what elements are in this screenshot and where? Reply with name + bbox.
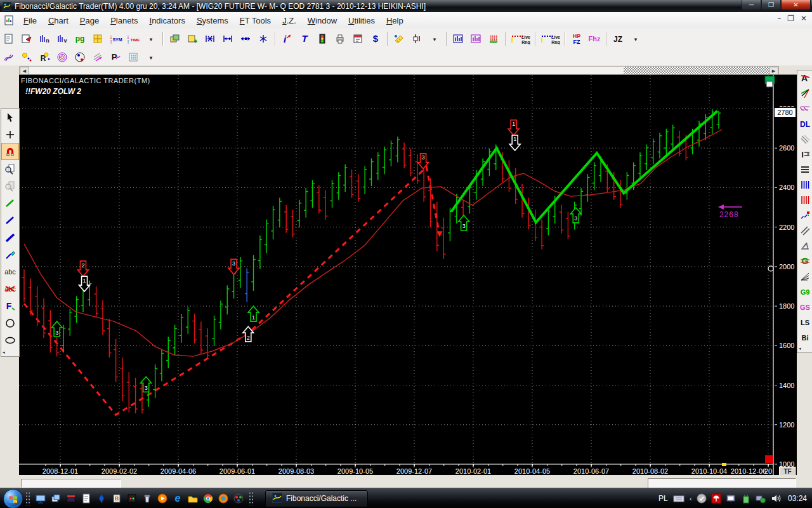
traffic-light-icon[interactable] — [314, 30, 331, 47]
chrome-icon[interactable] — [202, 491, 214, 505]
chart-plot[interactable]: 21333123311322682008-12-012009-02-022009… — [19, 75, 797, 476]
toolbox-overflow-arrow[interactable]: ◂ — [1, 349, 19, 356]
child-restore-button[interactable]: ❐ — [787, 14, 794, 23]
ls-tool[interactable]: LS — [797, 314, 812, 330]
update-check-icon[interactable] — [697, 493, 707, 504]
graphics-icon[interactable] — [232, 491, 245, 505]
time-scale-icon[interactable]: ↓↑TIME — [125, 30, 141, 47]
keyboard-icon[interactable] — [672, 493, 685, 504]
mini-chart-tool[interactable] — [797, 208, 812, 223]
calendar-icon[interactable] — [350, 30, 366, 47]
pencil-cyan-tool[interactable] — [1, 246, 19, 263]
chart-window[interactable]: 21333123311322682008-12-012009-02-022009… — [19, 74, 797, 476]
new-page-icon[interactable] — [1, 30, 17, 47]
bars-n-icon[interactable]: n — [36, 30, 53, 47]
vlines-blue-tool[interactable] — [797, 177, 812, 192]
winamp-icon[interactable] — [95, 491, 108, 505]
vlines-red-tool[interactable] — [797, 192, 812, 208]
dropdown-icon[interactable]: ▾ — [143, 30, 159, 47]
candle-style-icon[interactable] — [409, 30, 425, 47]
media-window-icon[interactable] — [65, 491, 77, 505]
child-close-button[interactable]: ✕ — [801, 14, 807, 23]
expand-pointer-icon[interactable] — [237, 30, 254, 47]
script-icon[interactable]: B — [110, 491, 123, 505]
taskbar-clock[interactable]: 03:24 — [788, 494, 807, 503]
fib-f-tool[interactable]: F — [1, 297, 19, 314]
triangle-tool[interactable] — [797, 238, 812, 253]
ellipse-tool[interactable] — [1, 331, 19, 349]
cascade-windows-icon[interactable] — [166, 30, 183, 47]
open-chart-icon[interactable] — [18, 30, 35, 47]
menu-j-z-[interactable]: J.Z. — [277, 14, 302, 27]
text-delete-tool[interactable]: abc — [1, 280, 19, 297]
live-range-blue-icon[interactable]: LiveRng — [539, 30, 561, 47]
menu-page[interactable]: Page — [74, 14, 105, 27]
concentric-circles-icon[interactable] — [54, 49, 70, 65]
menu-help[interactable]: Help — [381, 14, 409, 27]
show-desktop-icon[interactable] — [34, 491, 47, 505]
g9-tool[interactable]: G9 — [797, 284, 812, 299]
notepad-icon[interactable] — [80, 491, 93, 505]
grid-red-icon[interactable] — [485, 30, 502, 47]
restore-button[interactable]: ❐ — [761, 0, 781, 10]
asterisk-icon[interactable] — [255, 30, 272, 47]
matrix-icon[interactable] — [125, 49, 141, 65]
crosshair-tool[interactable] — [1, 126, 19, 143]
text-abc-tool[interactable]: abc — [1, 263, 19, 280]
gs-tool[interactable]: GS — [797, 299, 812, 314]
retrograde-icon[interactable]: R — [36, 49, 53, 65]
retracement-tool[interactable]: I — [797, 147, 812, 162]
internet-explorer-icon[interactable]: e — [171, 491, 184, 505]
page-grid-icon[interactable] — [89, 30, 106, 47]
bi-tool[interactable]: Bi — [797, 330, 812, 345]
close-button[interactable]: ✕ — [781, 0, 811, 10]
pg-icon[interactable]: pg — [72, 30, 88, 47]
menu-systems[interactable]: Systems — [191, 14, 234, 27]
menu-window[interactable]: Window — [302, 14, 343, 27]
child-window-icon[interactable] — [1, 12, 17, 29]
taskband-grip[interactable] — [249, 491, 254, 505]
info-icon[interactable]: i — [278, 30, 295, 47]
circle-tool[interactable] — [1, 314, 19, 331]
dl-tool[interactable]: DL — [797, 116, 812, 131]
task-button-fibonacci[interactable]: Fibonacci/Galactic ... — [265, 490, 368, 507]
child-minimize-button[interactable]: – — [777, 14, 781, 23]
menu-file[interactable]: File — [18, 14, 43, 27]
fan-lines-tool[interactable] — [797, 86, 812, 101]
quicklaunch-grip[interactable] — [25, 491, 30, 505]
pointer-tool[interactable] — [1, 109, 19, 126]
gann-grid-tool[interactable]: G — [797, 253, 812, 269]
parallel-tool[interactable] — [797, 223, 812, 238]
zoom-doc-disabled-tool[interactable] — [1, 177, 19, 194]
scrollbar-thumb[interactable] — [624, 67, 769, 74]
firefox-icon[interactable] — [217, 491, 230, 505]
menu-ft-tools[interactable]: FT Tools — [234, 14, 277, 27]
bars-v-icon[interactable]: v — [54, 30, 70, 47]
aspect-arrow-icon[interactable] — [89, 49, 106, 65]
dollar-icon[interactable]: $ — [367, 30, 384, 47]
language-indicator[interactable]: PL — [658, 494, 668, 503]
volume-icon[interactable] — [771, 493, 782, 504]
zoom-doc-tool[interactable] — [1, 160, 19, 177]
window-switcher-icon[interactable] — [49, 491, 62, 505]
jz-icon[interactable]: JZ — [610, 30, 626, 47]
arcs-tool[interactable] — [797, 101, 812, 116]
menu-chart[interactable]: Chart — [43, 14, 74, 27]
network-icon[interactable] — [755, 493, 766, 504]
new-window-icon[interactable] — [184, 30, 200, 47]
hlines-tool[interactable] — [797, 162, 812, 177]
menu-utilities[interactable]: Utilities — [343, 14, 381, 27]
planet-circle-icon[interactable] — [72, 49, 88, 65]
chart-window-alt-icon[interactable] — [468, 30, 484, 47]
dropdown-icon[interactable]: ▾ — [627, 30, 644, 47]
power-icon[interactable] — [740, 493, 750, 504]
display-icon[interactable] — [726, 493, 736, 504]
menu-indicators[interactable]: Indicators — [144, 14, 191, 27]
astro-lines-icon[interactable] — [1, 49, 17, 65]
folder-icon[interactable] — [187, 491, 199, 505]
compress-icon[interactable] — [202, 30, 218, 47]
print-icon[interactable] — [332, 30, 348, 47]
media-player-icon[interactable] — [156, 491, 169, 505]
sym-scale-icon[interactable]: ↓↑SYM — [107, 30, 124, 47]
magnet-tool[interactable] — [1, 143, 19, 160]
